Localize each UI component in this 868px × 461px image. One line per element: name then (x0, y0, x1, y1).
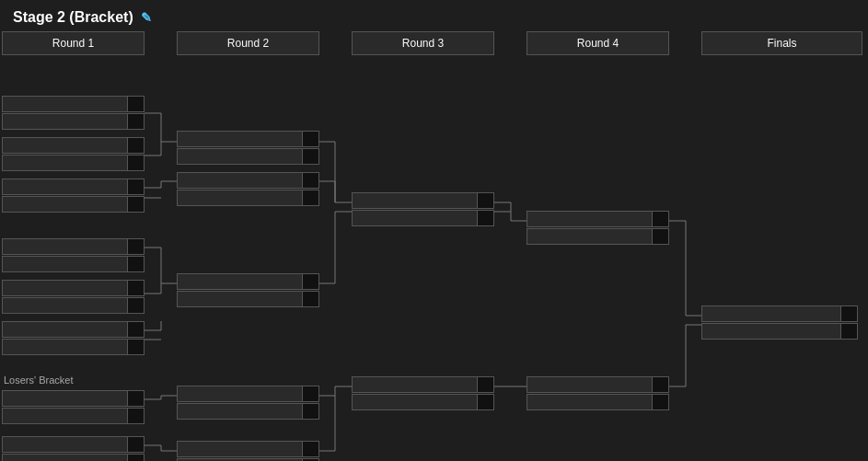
match-r1-1 (2, 96, 145, 131)
team-row[interactable] (2, 436, 145, 453)
team-row[interactable] (2, 238, 145, 255)
match-r1-2 (2, 137, 145, 172)
team-row[interactable] (527, 211, 669, 227)
team-row[interactable] (2, 339, 145, 355)
match-r2-2 (177, 172, 319, 207)
match-lr1-1 (2, 390, 145, 425)
team-row[interactable] (2, 321, 145, 338)
match-r1-5 (2, 280, 145, 315)
match-r4-2 (527, 376, 669, 411)
team-row[interactable] (2, 390, 145, 407)
team-row[interactable] (352, 192, 494, 209)
page-title: Stage 2 (Bracket) ✎ (0, 0, 868, 31)
losers-bracket-label: Losers' Bracket (4, 375, 73, 386)
team-row[interactable] (2, 137, 145, 154)
team-row[interactable] (2, 196, 145, 213)
team-row[interactable] (527, 394, 669, 410)
match-r4-1 (527, 211, 669, 246)
bracket-container: Round 1 Round 2 Round 3 Round 4 Finals (0, 31, 868, 455)
team-row[interactable] (177, 172, 319, 189)
team-row[interactable] (527, 376, 669, 393)
match-r1-4 (2, 238, 145, 273)
team-row[interactable] (2, 179, 145, 195)
team-row[interactable] (352, 376, 494, 393)
team-row[interactable] (177, 291, 319, 307)
team-row[interactable] (2, 113, 145, 130)
team-row[interactable] (2, 155, 145, 171)
team-row[interactable] (701, 323, 858, 340)
title-text: Stage 2 (Bracket) (13, 9, 133, 26)
round-header-finals: Finals (701, 31, 862, 55)
match-lr1-2 (2, 436, 145, 461)
team-row[interactable] (701, 305, 858, 322)
team-row[interactable] (2, 454, 145, 461)
match-r2-4 (177, 386, 319, 421)
match-r1-6 (2, 321, 145, 356)
team-row[interactable] (2, 256, 145, 272)
match-r3-2 (352, 376, 494, 411)
team-row[interactable] (177, 386, 319, 402)
team-row[interactable] (177, 131, 319, 147)
team-row[interactable] (527, 228, 669, 245)
team-row[interactable] (2, 280, 145, 296)
team-row[interactable] (2, 408, 145, 424)
round-header-3: Round 3 (352, 31, 494, 55)
match-r3-1 (352, 192, 494, 227)
match-r2-3 (177, 273, 319, 308)
match-finals (701, 305, 858, 340)
round-header-4: Round 4 (527, 31, 669, 55)
team-row[interactable] (2, 297, 145, 314)
team-row[interactable] (177, 441, 319, 457)
team-row[interactable] (177, 403, 319, 420)
team-row[interactable] (352, 210, 494, 226)
team-row[interactable] (2, 96, 145, 112)
round-header-2: Round 2 (177, 31, 319, 55)
edit-icon[interactable]: ✎ (141, 10, 152, 25)
team-row[interactable] (352, 394, 494, 410)
match-r2-1 (177, 131, 319, 166)
team-row[interactable] (177, 190, 319, 206)
round-header-1: Round 1 (2, 31, 145, 55)
team-row[interactable] (177, 148, 319, 165)
match-r2-5 (177, 441, 319, 461)
match-r1-3 (2, 179, 145, 213)
team-row[interactable] (177, 273, 319, 290)
